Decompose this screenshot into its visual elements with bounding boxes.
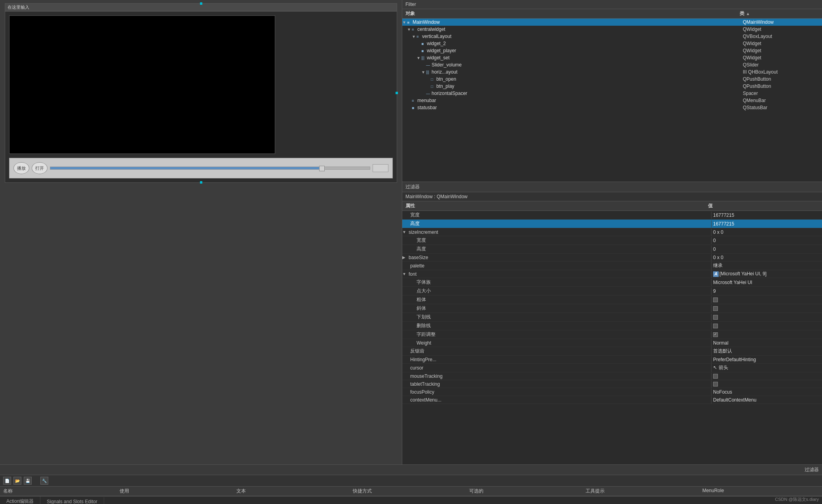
tree-item-icon: ■ [407, 20, 413, 25]
tree-row[interactable]: □btn_playQPushButton [402, 83, 822, 90]
filter-input[interactable] [419, 2, 819, 7]
designer-window: 在这里输入 播放 打开 [5, 3, 397, 183]
prop-name: contextMenu... [409, 396, 711, 404]
tree-row[interactable]: ▼≡centralwidgetQWidget [402, 26, 822, 33]
prop-row[interactable]: focusPolicyNoFocus [402, 388, 822, 396]
right-panel: Filter 对象 类 ▲ ▼■MainWindowQMainWindow▼≡c… [402, 0, 822, 464]
prop-checkbox[interactable] [713, 374, 718, 379]
prop-row[interactable]: 高度0 [402, 245, 822, 254]
prop-row[interactable]: 高度16777215 [402, 220, 822, 228]
prop-row[interactable]: ▼sizeIncrement0 x 0 [402, 228, 822, 236]
prop-row[interactable]: 点大小9 [402, 287, 822, 296]
tree-body[interactable]: ▼■MainWindowQMainWindow▼≡centralwidgetQW… [402, 19, 822, 182]
prop-name: 宽度 [415, 236, 711, 244]
prop-row[interactable]: palette继承 [402, 261, 822, 270]
prop-row[interactable]: 删除线 [402, 322, 822, 330]
toolbar-save-btn[interactable]: 💾 [24, 477, 32, 485]
prop-row[interactable]: HintingPre...PreferDefaultHinting [402, 356, 822, 364]
tree-row[interactable]: ▼|||widget_setQWidget [402, 54, 822, 61]
volume-slider[interactable] [373, 164, 388, 172]
btn-open[interactable]: 打开 [32, 162, 48, 174]
prop-name: 下划线 [415, 313, 711, 321]
cursor-icon: ↖ [713, 365, 717, 370]
tree-row[interactable]: ■statusbarQStatusBar [402, 104, 822, 111]
prop-row[interactable]: ▼fontA[Microsoft YaHei UI, 9] [402, 270, 822, 278]
tree-item-name: widget_set [427, 55, 743, 61]
prop-value: NoFocus [711, 388, 822, 396]
tree-expand-icon[interactable]: ▼ [417, 56, 421, 60]
prop-row[interactable]: 字距调整 [402, 330, 822, 339]
tree-row[interactable]: ≡menubarQMenuBar [402, 97, 822, 104]
tree-row[interactable]: ■widget_2QWidget [402, 40, 822, 47]
tree-item-name: Slider_volume [432, 62, 743, 68]
prop-row[interactable]: ▶baseSize0 x 0 [402, 254, 822, 261]
toolbar-tool-btn[interactable]: 🔧 [40, 477, 48, 485]
tree-item-icon: ■ [421, 49, 427, 53]
watermark: CSDN @陈远文s.diary [775, 496, 819, 502]
tree-item-icon: ||| [426, 70, 432, 74]
tree-expand-icon[interactable]: ▼ [407, 27, 412, 32]
tree-row[interactable]: —horizontalSpacerSpacer [402, 90, 822, 97]
prop-row[interactable]: tabletTracking [402, 380, 822, 388]
prop-row[interactable]: 斜体 [402, 304, 822, 313]
tree-item-icon: ≡ [412, 27, 417, 32]
prop-expand-icon[interactable]: ▼ [402, 230, 407, 234]
prop-row[interactable]: cursor↖箭头 [402, 364, 822, 372]
bottom-filter-label: 过滤器 [805, 466, 819, 473]
tree-item-icon: ■ [412, 106, 417, 110]
tree-item-icon: ≡ [412, 99, 417, 103]
tree-item-icon: ■ [421, 42, 427, 46]
tree-row[interactable]: □btn_openQPushButton [402, 76, 822, 83]
prop-row[interactable]: 宽度0 [402, 236, 822, 245]
tree-item-class: QStatusBar [743, 105, 822, 110]
prop-checkbox[interactable] [713, 332, 718, 337]
filter-bar: Filter [402, 0, 822, 9]
slider-thumb[interactable] [319, 166, 325, 171]
bottom-toolbar: 📄 📂 💾 🔧 [0, 475, 822, 487]
tree-row[interactable]: ▼■MainWindowQMainWindow [402, 19, 822, 26]
prop-expand-icon[interactable]: ▼ [402, 272, 407, 276]
prop-value: 0 x 0 [711, 254, 822, 261]
prop-checkbox[interactable] [713, 315, 718, 320]
prop-checkbox[interactable] [713, 324, 718, 328]
prop-row[interactable]: 下划线 [402, 313, 822, 322]
handle-top-center[interactable] [200, 2, 202, 5]
prop-expand-icon[interactable]: ▶ [402, 255, 407, 260]
tree-row[interactable]: ▼≡verticalLayoutQVBoxLayout [402, 33, 822, 40]
prop-row[interactable]: 宽度16777215 [402, 211, 822, 220]
prop-row[interactable]: contextMenu...DefaultContextMenu [402, 396, 822, 404]
btn-play[interactable]: 播放 [13, 162, 29, 174]
properties-body[interactable]: 宽度16777215高度16777215▼sizeIncrement0 x 0宽… [402, 211, 822, 464]
prop-value [711, 373, 822, 380]
tree-item-class: QVBoxLayout [743, 34, 822, 39]
slider-fill [50, 167, 322, 169]
designer-title: 在这里输入 [8, 4, 29, 10]
prop-row[interactable]: WeightNormal [402, 339, 822, 347]
prop-checkbox[interactable] [713, 297, 718, 302]
tree-item-icon: — [426, 91, 432, 96]
prop-name: 字体族 [415, 278, 711, 286]
tree-row[interactable]: —Slider_volumeQSlider [402, 61, 822, 68]
slider-lines [50, 167, 322, 169]
prop-name: 反锯齿 [409, 347, 711, 355]
prop-row[interactable]: 粗体 [402, 296, 822, 304]
audio-slider-track[interactable] [50, 167, 370, 170]
toolbar-new-btn[interactable]: 📄 [3, 477, 11, 485]
prop-row[interactable]: 字体族Microsoft YaHei UI [402, 278, 822, 287]
prop-row[interactable]: mouseTracking [402, 372, 822, 380]
tree-expand-icon[interactable]: ▼ [421, 70, 426, 74]
prop-checkbox[interactable] [713, 306, 718, 311]
tree-row[interactable]: ▼|||horiz...ayoutIII QHBoxLayout [402, 68, 822, 76]
toolbar-open-btn[interactable]: 📂 [13, 477, 21, 485]
properties-object-label: MainWindow : QMainWindow [402, 192, 822, 201]
tree-row[interactable]: ■widget_playerQWidget [402, 47, 822, 54]
font-icon: A [713, 271, 719, 277]
bottom-tab-signals-slots-editor[interactable]: Signals and Slots Editor [40, 497, 104, 504]
prop-checkbox[interactable] [713, 382, 718, 387]
tree-expand-icon[interactable]: ▼ [412, 34, 417, 39]
bottom-tab-action-editor[interactable]: Action编辑器 [0, 496, 40, 504]
prop-name: tabletTracking [409, 381, 711, 388]
tree-item-class: QWidget [743, 27, 822, 32]
tree-expand-icon[interactable]: ▼ [402, 20, 407, 25]
prop-row[interactable]: 反锯齿首选默认 [402, 347, 822, 356]
